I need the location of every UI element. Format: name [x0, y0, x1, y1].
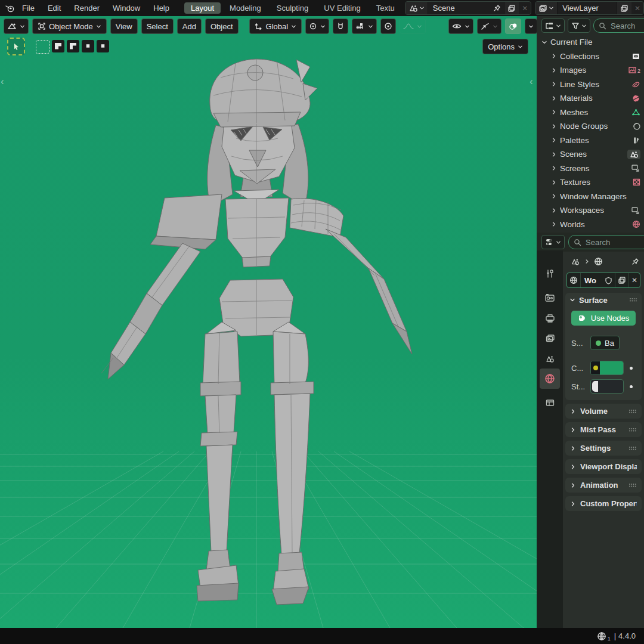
- new-scene-button[interactable]: [504, 2, 519, 14]
- pin-icon[interactable]: [490, 2, 504, 14]
- pivot-point-dropdown[interactable]: [305, 18, 329, 34]
- viewport-3d[interactable]: Object Mode View Select Add Object Globa…: [0, 16, 537, 628]
- viewport-canvas[interactable]: [0, 16, 537, 628]
- menu-edit[interactable]: Edit: [41, 0, 67, 16]
- display-mode-dropdown[interactable]: [541, 18, 565, 33]
- visibility-dropdown[interactable]: [448, 18, 473, 34]
- outliner-root-row[interactable]: Current File: [537, 35, 644, 49]
- tab-view-layer[interactable]: [540, 328, 560, 348]
- select-mode-new[interactable]: [36, 40, 49, 54]
- tab-scene[interactable]: [540, 348, 560, 369]
- tab-layout[interactable]: Layout: [184, 2, 221, 14]
- viewlayer-browse-button[interactable]: [535, 2, 558, 14]
- unlink-world-button[interactable]: ✕: [629, 273, 640, 287]
- strength-slider[interactable]: [590, 379, 624, 394]
- outliner-row-images[interactable]: Images 2: [537, 63, 644, 78]
- select-mode-intersect[interactable]: [97, 40, 109, 52]
- properties-search[interactable]: [568, 235, 644, 249]
- filter-dropdown[interactable]: [568, 18, 590, 33]
- menu-object[interactable]: Object: [205, 18, 239, 34]
- outliner-row-window-managers[interactable]: Window Managers: [537, 190, 644, 204]
- menu-window[interactable]: Window: [106, 0, 147, 16]
- menu-help[interactable]: Help: [147, 0, 176, 16]
- world-name-field[interactable]: Wo: [581, 276, 602, 285]
- properties-editor-type-dropdown[interactable]: [541, 235, 565, 249]
- surface-panel-header[interactable]: Surface: [565, 293, 642, 307]
- outliner-row-collections[interactable]: Collections: [537, 49, 644, 64]
- transform-orientation-dropdown[interactable]: Global: [249, 18, 302, 34]
- tab-output[interactable]: [540, 308, 560, 328]
- drag-dots-icon[interactable]: [629, 298, 637, 302]
- editor-type-button[interactable]: [4, 18, 29, 34]
- animate-strength-dot[interactable]: [630, 385, 633, 388]
- slider-knob[interactable]: [592, 381, 598, 392]
- tab-tool[interactable]: [540, 264, 560, 284]
- blender-logo-icon[interactable]: [5, 3, 16, 14]
- outliner-row-workspaces[interactable]: Workspaces: [537, 203, 644, 218]
- proportional-editing-button[interactable]: [380, 18, 396, 34]
- gizmos-dropdown[interactable]: [477, 18, 501, 34]
- outliner-row-meshes[interactable]: Meshes: [537, 106, 644, 120]
- outliner-row-line-styles[interactable]: Line Styles: [537, 78, 644, 92]
- outliner-search[interactable]: [593, 18, 644, 33]
- world-color-field[interactable]: [590, 361, 624, 375]
- mode-dropdown[interactable]: Object Mode: [32, 18, 107, 34]
- use-nodes-button[interactable]: Use Nodes: [571, 311, 636, 326]
- menu-file[interactable]: File: [16, 0, 41, 16]
- outliner-search-input[interactable]: [609, 21, 644, 31]
- pin-icon[interactable]: [631, 256, 639, 267]
- panel-volume[interactable]: Volume: [565, 404, 642, 419]
- world-datablock: Wo ✕: [566, 273, 640, 288]
- tab-world[interactable]: [540, 369, 560, 389]
- viewlayer-name[interactable]: ViewLayer: [558, 4, 617, 13]
- toolbar-expand-arrow[interactable]: ‹: [1, 76, 4, 88]
- select-mode-extend[interactable]: [52, 40, 64, 52]
- tab-object[interactable]: [540, 392, 560, 413]
- scene-browse-button[interactable]: [405, 2, 428, 14]
- properties-search-input[interactable]: [584, 237, 634, 247]
- unlink-scene-button[interactable]: ✕: [519, 2, 531, 14]
- tab-texture[interactable]: Textu: [370, 2, 401, 14]
- options-dropdown[interactable]: Options: [482, 39, 528, 54]
- browse-world-button[interactable]: [567, 273, 581, 287]
- outliner-row-node-groups[interactable]: Node Groups: [537, 119, 644, 134]
- panel-animation[interactable]: Animation: [565, 478, 642, 493]
- sidebar-expand-arrow[interactable]: ‹: [530, 76, 533, 88]
- tab-render[interactable]: [540, 287, 560, 308]
- panel-viewport-display[interactable]: Viewport Displa: [565, 459, 642, 474]
- select-mode-subtract[interactable]: [67, 40, 79, 52]
- tab-modeling[interactable]: Modeling: [223, 2, 268, 14]
- outliner-row-worlds[interactable]: Worlds: [537, 218, 644, 232]
- outliner-row-screens[interactable]: Screens: [537, 162, 644, 176]
- menu-add[interactable]: Add: [177, 18, 202, 34]
- breadcrumb-scene-icon[interactable]: [570, 256, 580, 267]
- outliner-row-materials[interactable]: Materials: [537, 91, 644, 106]
- breadcrumb-world-icon[interactable]: [594, 256, 603, 267]
- proportional-falloff-dropdown[interactable]: [400, 18, 426, 34]
- tab-sculpting[interactable]: Sculpting: [270, 2, 315, 14]
- panel-mist-pass[interactable]: Mist Pass: [565, 422, 642, 437]
- select-mode-invert[interactable]: [82, 40, 94, 52]
- surface-shader-field[interactable]: Ba: [590, 336, 620, 350]
- animate-color-dot[interactable]: [630, 367, 633, 370]
- snap-toggle-button[interactable]: [333, 18, 348, 34]
- outliner-row-palettes[interactable]: Palettes: [537, 134, 644, 148]
- scene-name[interactable]: Scene: [428, 4, 490, 13]
- overlays-dropdown[interactable]: [525, 18, 537, 34]
- outliner-row-scenes[interactable]: Scenes: [537, 147, 644, 162]
- outliner-row-textures[interactable]: Textures: [537, 175, 644, 190]
- tab-uv-editing[interactable]: UV Editing: [317, 2, 367, 14]
- new-viewlayer-button[interactable]: [617, 2, 631, 14]
- overlays-toggle[interactable]: [505, 18, 521, 34]
- menu-render[interactable]: Render: [67, 0, 106, 16]
- new-world-button[interactable]: [615, 273, 629, 287]
- panel-settings[interactable]: Settings: [565, 441, 642, 456]
- menu-select[interactable]: Select: [141, 18, 174, 34]
- snap-settings-dropdown[interactable]: [352, 18, 377, 34]
- remove-viewlayer-button[interactable]: ✕: [631, 2, 643, 14]
- active-tool-button[interactable]: [7, 38, 25, 55]
- menu-view[interactable]: View: [110, 18, 138, 34]
- panel-custom-properties[interactable]: Custom Propert: [565, 496, 642, 511]
- color-swatch[interactable]: [600, 361, 623, 374]
- fake-user-button[interactable]: [602, 273, 615, 287]
